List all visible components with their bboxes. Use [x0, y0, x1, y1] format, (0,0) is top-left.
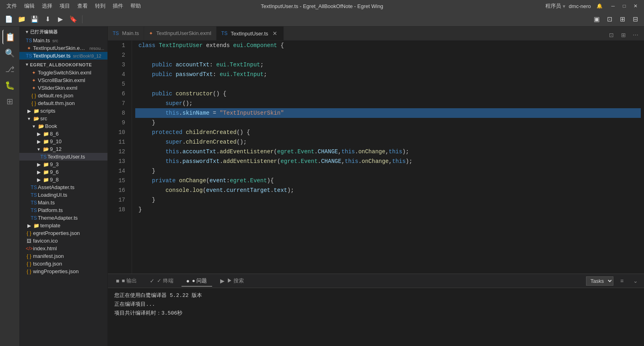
toolbar-save-all[interactable]: 💾 — [29, 14, 40, 25]
folder-9-12-icon: 📂 — [43, 146, 49, 152]
folder-8-6[interactable]: ▶ 📁 8_6 — [19, 130, 107, 138]
menu-select[interactable]: 选择 — [39, 2, 56, 10]
notification-icon[interactable]: 🔔 — [594, 1, 605, 11]
section-open-editors[interactable]: ▾ 已打开编辑器 — [19, 27, 107, 37]
menu-project[interactable]: 项目 — [56, 2, 73, 10]
toolbar-new-file[interactable]: 📄 — [3, 14, 14, 25]
folder-9-10[interactable]: ▶ 📁 9_10 — [19, 138, 107, 145]
activity-git[interactable]: ⎇ — [2, 62, 17, 76]
file-tsconfig[interactable]: { } tsconfig.json — [19, 260, 107, 268]
tab-main-ts-label: Main.ts — [122, 30, 139, 36]
toolbar-build[interactable]: ⬇ — [42, 14, 53, 25]
tab-main-ts[interactable]: TS Main.ts — [108, 27, 144, 40]
tab-textinput-ts[interactable]: TS TextInputUser.ts ✕ — [217, 27, 284, 40]
chevron-down-icon-5: ▾ — [35, 146, 42, 152]
toolbar-run[interactable]: ▶ — [55, 14, 66, 25]
toolbar-bookmark[interactable]: 🔖 — [68, 14, 79, 25]
terminal-tab-problems-label: ● 问题 — [192, 277, 207, 284]
terminal-expand-btn[interactable]: ⌄ — [630, 276, 641, 286]
activity-debug[interactable]: 🐛 — [2, 78, 17, 93]
file-asset-adapter[interactable]: TS AssetAdapter.ts — [19, 183, 107, 191]
file-wing-props[interactable]: { } wingProperties.json — [19, 268, 107, 275]
file-wing-props-label: wingProperties.json — [33, 268, 78, 274]
split-editor-button[interactable]: ⊡ — [606, 30, 617, 40]
file-toggle-skin[interactable]: ✦ ToggleSwitchSkin.exml — [19, 69, 107, 76]
activity-extensions[interactable]: ⊞ — [2, 94, 17, 109]
open-editor-textinput-ts[interactable]: TS TextInputUser.ts src\Book\9_12 — [19, 52, 107, 60]
terminal-tab-problems[interactable]: ● ● 问题 — [182, 276, 212, 286]
folder-book[interactable]: ▾ 📂 Book — [19, 122, 107, 130]
code-content[interactable]: class TextInputUser extends eui.Componen… — [132, 41, 644, 274]
file-manifest-json[interactable]: { } manifest.json — [19, 252, 107, 260]
folder-9-3[interactable]: ▶ 📁 9_3 — [19, 161, 107, 168]
terminal-tab-output[interactable]: ■ ■ 输出 — [111, 276, 142, 286]
folder-scripts[interactable]: ▶ 📁 scripts — [19, 107, 107, 115]
file-favicon[interactable]: 🖼 favicon.ico — [19, 237, 107, 245]
toggle-editor-layout-button[interactable]: ⊞ — [618, 30, 629, 40]
menu-help[interactable]: 帮助 — [127, 2, 144, 10]
tab-skin-exml[interactable]: ✦ TextInputUserSkin.exml — [144, 27, 217, 40]
open-editor-skin-exml-badge: resou... — [89, 46, 104, 51]
menu-file[interactable]: 文件 — [3, 2, 20, 10]
tab-bar: TS Main.ts ✦ TextInputUserSkin.exml TS T… — [108, 27, 644, 41]
code-line-1: class TextInputUser extends eui.Componen… — [135, 41, 641, 50]
minimize-button[interactable]: ─ — [608, 1, 618, 11]
terminal-list-view-btn[interactable]: ≡ — [617, 276, 627, 286]
toolbar-layout-2[interactable]: ⊡ — [604, 14, 615, 25]
code-editor[interactable]: 12345 678910 1112131415 161718 class Tex… — [108, 41, 644, 274]
chevron-right-icon-6: ▶ — [35, 177, 42, 183]
file-index-html[interactable]: </> index.html — [19, 245, 107, 252]
code-line-9: } — [135, 118, 641, 128]
restore-button[interactable]: □ — [619, 1, 630, 11]
file-vscroll-skin[interactable]: ✦ VScrollBarSkin.exml — [19, 76, 107, 84]
folder-9-12[interactable]: ▾ 📂 9_12 — [19, 145, 107, 153]
open-editor-main-ts[interactable]: TS Main.ts src — [19, 37, 107, 44]
file-platform-ts-label: Platform.ts — [38, 207, 63, 213]
code-line-2 — [135, 50, 641, 60]
file-theme-adapter-label: ThemeAdapter.ts — [38, 215, 78, 221]
activity-explorer[interactable]: 📋 — [2, 30, 17, 44]
file-textinput-user-ts[interactable]: TS TextInputUser.ts — [19, 153, 107, 161]
file-theme-adapter[interactable]: TS ThemeAdapter.ts — [19, 214, 107, 222]
chevron-right-icon-4: ▶ — [35, 162, 42, 167]
menu-goto[interactable]: 转到 — [92, 2, 109, 10]
tab-close-button[interactable]: ✕ — [271, 30, 279, 37]
file-egret-props[interactable]: { } egretProperties.json — [19, 229, 107, 237]
editor-tab-actions: ⊡ ⊞ ⋯ — [603, 30, 644, 40]
user-role[interactable]: 程序员 ▾ — [545, 2, 566, 10]
folder-9-6[interactable]: ▶ 📁 9_6 — [19, 168, 107, 176]
file-vslider-skin[interactable]: ✦ VSliderSkin.exml — [19, 84, 107, 92]
terminal-tab-bar: ■ ■ 输出 ✓ ✓ 终端 ● ● 问题 ▶ ▶ 搜索 Tasks — [108, 274, 644, 288]
code-line-13: this.passwordTxt.addEventListener(egret.… — [135, 157, 641, 166]
file-loading-ui[interactable]: TS LoadingUI.ts — [19, 191, 107, 199]
ts-icon-7: TS — [31, 208, 37, 213]
terminal-tab-output-label: ■ 输出 — [122, 277, 136, 284]
file-default-res-json[interactable]: { } default.res.json — [19, 92, 107, 99]
folder-template[interactable]: ▶ 📁 template — [19, 222, 107, 229]
user-name: dmc-nero — [569, 3, 591, 9]
task-selector[interactable]: Tasks — [586, 276, 613, 286]
open-editor-skin-exml[interactable]: ✦ TextInputUserSkin.exml resou... — [19, 44, 107, 52]
file-main-ts-src[interactable]: TS Main.ts — [19, 199, 107, 206]
menu-plugin[interactable]: 插件 — [109, 2, 126, 10]
toolbar-layout-1[interactable]: ▣ — [591, 14, 602, 25]
close-button[interactable]: ✕ — [630, 1, 641, 11]
ts-icon-4: TS — [31, 185, 37, 190]
toolbar-layout-4[interactable]: ⊟ — [630, 14, 641, 25]
folder-9-8[interactable]: ▶ 📁 9_8 — [19, 176, 107, 183]
menu-edit[interactable]: 编辑 — [21, 2, 38, 10]
terminal-tab-search[interactable]: ▶ ▶ 搜索 — [215, 276, 249, 286]
section-project[interactable]: ▾ EGRET_ALLBOOKOFNOTE — [19, 60, 107, 69]
file-default-thm-json[interactable]: { } default.thm.json — [19, 99, 107, 107]
toolbar-open[interactable]: 📁 — [16, 14, 27, 25]
folder-src[interactable]: ▾ 📂 src — [19, 115, 107, 122]
toolbar-layout-3[interactable]: ⊞ — [617, 14, 628, 25]
more-actions-button[interactable]: ⋯ — [630, 30, 641, 40]
terminal-line-1: 您正在使用白鹭编译器 5.2.22 版本 — [114, 291, 638, 300]
open-editor-main-ts-badge: src — [52, 38, 58, 43]
terminal-tab-terminal[interactable]: ✓ ✓ 终端 — [145, 276, 178, 286]
menu-view[interactable]: 查看 — [74, 2, 91, 10]
file-platform-ts[interactable]: TS Platform.ts — [19, 206, 107, 214]
title-right-controls: 程序员 ▾ dmc-nero 🔔 ─ □ ✕ — [545, 1, 641, 11]
activity-search[interactable]: 🔍 — [2, 46, 17, 60]
